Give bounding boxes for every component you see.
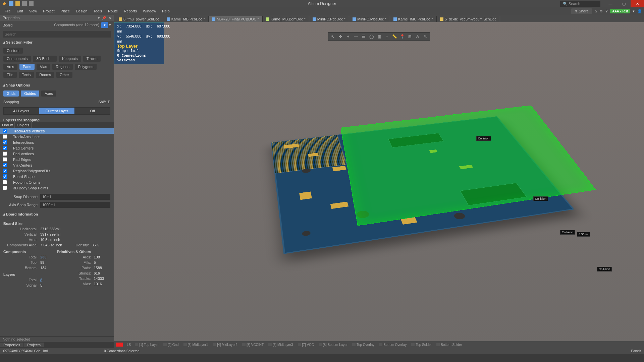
menu-file[interactable]: File bbox=[2, 8, 13, 14]
print-icon[interactable] bbox=[29, 1, 34, 6]
line-icon[interactable]: — bbox=[352, 33, 360, 40]
filter-keepouts[interactable]: Keepouts bbox=[59, 56, 81, 62]
menu-route[interactable]: Route bbox=[105, 8, 120, 14]
snap-object-row[interactable]: Pad Edges bbox=[0, 157, 114, 162]
grid-icon[interactable]: ⊞ bbox=[406, 33, 414, 40]
panel-options-icon[interactable]: ▾ bbox=[98, 16, 100, 20]
menu-reports[interactable]: Reports bbox=[121, 8, 140, 14]
doc-tab[interactable]: MiniPC.MbaDoc * bbox=[349, 16, 390, 22]
snap-checkbox[interactable] bbox=[3, 163, 7, 167]
snap-tab[interactable]: All Layers bbox=[3, 107, 39, 115]
snap-checkbox[interactable] bbox=[3, 174, 7, 179]
maximize-button[interactable]: ▢ bbox=[617, 0, 631, 7]
doc-tab[interactable]: Kame_MB.PcbDoc * bbox=[163, 16, 209, 22]
filter-pads[interactable]: Pads bbox=[19, 64, 35, 70]
snap-object-row[interactable]: Board Shape bbox=[0, 174, 114, 179]
snap-checkbox[interactable] bbox=[3, 157, 7, 162]
snap-object-row[interactable]: Track/Arcs Vertices bbox=[0, 128, 114, 134]
move-icon[interactable]: ✥ bbox=[337, 33, 344, 40]
pcb-viewport[interactable]: ↖ ✥ + — ☰ ◯ ▦ ⟊ 📏 📍 ⊞ A ✎ bbox=[114, 22, 644, 348]
open-icon[interactable] bbox=[15, 1, 20, 6]
align-icon[interactable]: ☰ bbox=[360, 33, 367, 40]
panel-close-icon[interactable]: ✕ bbox=[108, 16, 111, 20]
filter-3d-bodies[interactable]: 3D Bodies bbox=[33, 56, 57, 62]
snap-tab[interactable]: Off bbox=[75, 107, 110, 115]
filter-rooms[interactable]: Rooms bbox=[36, 72, 54, 78]
workspace-dropdown-icon[interactable]: ▾ bbox=[633, 9, 635, 13]
menu-project[interactable]: Project bbox=[40, 8, 57, 14]
filter-dropdown-icon[interactable]: ▾ bbox=[109, 23, 111, 27]
layer-tab[interactable]: [6] MidLayer3 bbox=[268, 343, 293, 347]
pcb-board-3d[interactable] bbox=[271, 116, 574, 254]
snap-checkbox[interactable] bbox=[3, 186, 7, 190]
layer-tab[interactable]: Top Overlay bbox=[352, 343, 374, 347]
workspace-badge[interactable]: AAA - Test bbox=[610, 9, 630, 13]
menu-tools[interactable]: Tools bbox=[91, 8, 105, 14]
filter-other[interactable]: Other bbox=[56, 72, 72, 78]
snap-object-row[interactable]: Intersections bbox=[0, 139, 114, 145]
section-snap-options[interactable]: Snap Options bbox=[0, 82, 114, 88]
tab-properties[interactable]: Properties bbox=[0, 343, 23, 347]
global-search[interactable]: 🔍 Search bbox=[560, 1, 600, 7]
layer-tab[interactable]: Bottom Overlay bbox=[379, 343, 407, 347]
layer-color-swatch[interactable] bbox=[116, 343, 123, 347]
add-icon[interactable]: + bbox=[344, 33, 352, 40]
layer-tab[interactable]: [3] MidLayer1 bbox=[183, 343, 208, 347]
new-icon[interactable] bbox=[22, 1, 27, 6]
save-icon[interactable] bbox=[9, 1, 13, 6]
snap-object-row[interactable]: Footprint Origins bbox=[0, 179, 114, 185]
doc-tab[interactable]: 5_dc-dc_vcc5m-vcc3m.SchDoc bbox=[437, 16, 500, 22]
layer-tab[interactable]: [2] Gnd bbox=[163, 343, 179, 347]
axis-range-input[interactable]: 1000mil bbox=[40, 202, 110, 208]
text-icon[interactable]: A bbox=[414, 33, 421, 40]
snap-checkbox[interactable] bbox=[3, 129, 7, 133]
edit-icon[interactable]: ✎ bbox=[422, 33, 429, 40]
filter-texts[interactable]: Texts bbox=[19, 72, 34, 78]
pin-icon[interactable]: 📍 bbox=[398, 33, 406, 40]
snap-checkbox[interactable] bbox=[3, 140, 7, 144]
tab-projects[interactable]: Projects bbox=[24, 343, 44, 347]
filter-components[interactable]: Components bbox=[3, 56, 31, 62]
snap-checkbox[interactable] bbox=[3, 134, 7, 139]
filter-icon[interactable]: ▼ bbox=[101, 22, 108, 28]
layer-tab[interactable]: [4] MidLayer2 bbox=[213, 343, 237, 347]
doc-tab[interactable]: Kame_MB.BomDoc * bbox=[263, 16, 309, 22]
section-board-info[interactable]: Board Information bbox=[0, 211, 114, 218]
snap-object-row[interactable]: Regions/Polygons/Fills bbox=[0, 168, 114, 174]
close-button[interactable]: ✕ bbox=[631, 0, 644, 7]
help-icon[interactable]: ? bbox=[605, 9, 607, 13]
panel-search-input[interactable] bbox=[3, 31, 111, 38]
filter-tracks[interactable]: Tracks bbox=[83, 56, 101, 62]
snap-object-row[interactable]: Pad Centers bbox=[0, 145, 114, 151]
doc-tab[interactable]: 6_fmu_power.SchDoc bbox=[115, 16, 163, 22]
share-button[interactable]: ⇧ Share bbox=[571, 8, 592, 14]
pad-icon[interactable]: ▦ bbox=[375, 33, 383, 40]
snap-object-row[interactable]: Pad Vertices bbox=[0, 151, 114, 157]
menu-window[interactable]: Window bbox=[140, 8, 159, 14]
snap-checkbox[interactable] bbox=[3, 180, 7, 184]
cursor-icon[interactable]: ↖ bbox=[329, 33, 336, 40]
doc-tab[interactable]: NBP-28_Final.PCBDOC * bbox=[209, 16, 263, 22]
snap-axes[interactable]: Axes bbox=[41, 90, 56, 97]
measure-icon[interactable]: ⟊ bbox=[383, 33, 390, 40]
menu-view[interactable]: View bbox=[26, 8, 40, 14]
doc-tab[interactable]: Kame_IMU.PcbDoc * bbox=[390, 16, 437, 22]
snap-grids[interactable]: Grids bbox=[3, 90, 19, 97]
snap-checkbox[interactable] bbox=[3, 152, 7, 156]
via-icon[interactable]: ◯ bbox=[368, 33, 375, 40]
layer-tab[interactable]: [8] Bottom Layer bbox=[319, 343, 347, 347]
filter-regions[interactable]: Regions bbox=[52, 64, 72, 70]
filter-fills[interactable]: Fills bbox=[3, 72, 17, 78]
minimize-button[interactable]: — bbox=[604, 0, 617, 7]
canvas-area[interactable]: 6_fmu_power.SchDocKame_MB.PcbDoc *NBP-28… bbox=[114, 15, 644, 348]
filter-vias[interactable]: Vias bbox=[37, 64, 50, 70]
snap-tab[interactable]: Current Layer bbox=[39, 107, 74, 115]
doc-tab[interactable]: MiniPC.PcbDoc * bbox=[309, 16, 349, 22]
snap-checkbox[interactable] bbox=[3, 146, 7, 150]
custom-filter-button[interactable]: Custom bbox=[3, 48, 23, 54]
panel-pin-icon[interactable]: 📌 bbox=[102, 16, 106, 20]
gear-icon[interactable]: ⚙ bbox=[599, 9, 603, 13]
layer-tab[interactable]: [7] VCC bbox=[298, 343, 314, 347]
layer-tab[interactable]: Bottom Solder bbox=[436, 343, 462, 347]
panels-button[interactable]: Panels bbox=[631, 349, 641, 353]
